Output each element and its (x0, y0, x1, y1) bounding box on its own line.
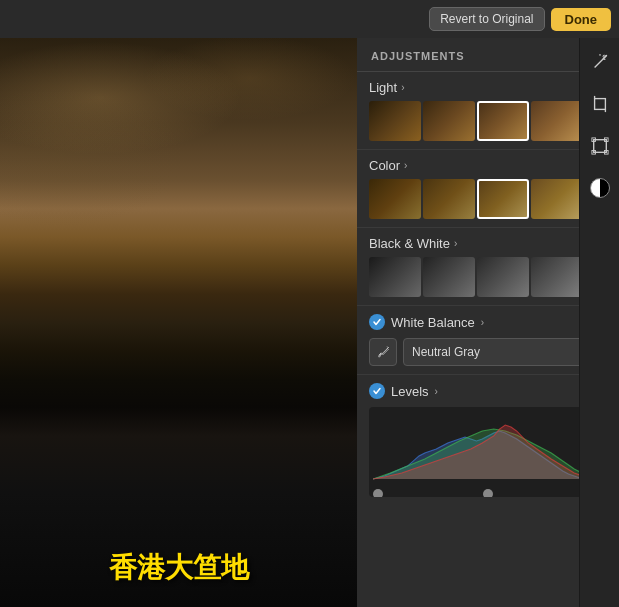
svg-line-4 (594, 58, 603, 67)
photo-overlay-text: 香港大笪地 (109, 549, 249, 587)
light-chevron-icon: › (401, 82, 404, 93)
color-thumb-1[interactable] (369, 179, 421, 219)
svg-line-5 (603, 56, 606, 59)
top-bar: Revert to Original Done (0, 0, 619, 38)
color-title: Color (369, 158, 400, 173)
levels-chevron-icon: › (435, 386, 438, 397)
light-thumb-3[interactable] (477, 101, 529, 141)
wb-enabled-toggle[interactable] (369, 314, 385, 330)
photo-area: 香港大笪地 (0, 38, 357, 607)
histogram-chart (373, 411, 603, 481)
color-thumb-4[interactable] (531, 179, 583, 219)
color-mode-button[interactable] (586, 174, 614, 202)
light-section-header[interactable]: Light › (369, 80, 607, 95)
bw-thumb-2[interactable] (423, 257, 475, 297)
bw-thumb-3[interactable] (477, 257, 529, 297)
bw-chevron-icon: › (454, 238, 457, 249)
histogram-container (369, 407, 607, 497)
svg-line-8 (602, 55, 604, 57)
light-thumb-4[interactable] (531, 101, 583, 141)
bw-title: Black & White (369, 236, 450, 251)
levels-enabled-toggle[interactable] (369, 383, 385, 399)
light-thumb-2[interactable] (423, 101, 475, 141)
color-thumb-2[interactable] (423, 179, 475, 219)
light-thumb-1[interactable] (369, 101, 421, 141)
eyedropper-button[interactable] (369, 338, 397, 366)
levels-title: Levels (391, 384, 429, 399)
half-circle-icon (590, 178, 610, 198)
adjustments-title: ADJUSTMENTS (371, 50, 465, 62)
photo-background: 香港大笪地 (0, 38, 357, 607)
color-section-header[interactable]: Color › (369, 158, 607, 173)
cloud-overlay (0, 38, 357, 607)
histogram-black-point[interactable] (373, 489, 383, 497)
wb-title: White Balance (391, 315, 475, 330)
color-chevron-icon: › (404, 160, 407, 171)
color-thumb-3[interactable] (477, 179, 529, 219)
transform-button[interactable] (586, 132, 614, 160)
wb-dropdown[interactable]: Neutral Gray ▲▼ (403, 338, 607, 366)
magic-wand-button[interactable] (586, 48, 614, 76)
done-button[interactable]: Done (551, 8, 612, 31)
bw-thumb-4[interactable] (531, 257, 583, 297)
light-thumbnails (369, 101, 607, 141)
revert-button[interactable]: Revert to Original (429, 7, 544, 31)
right-toolbar (579, 38, 619, 607)
wb-chevron-icon: › (481, 317, 484, 328)
bw-section-header[interactable]: Black & White › (369, 236, 607, 251)
bw-thumb-1[interactable] (369, 257, 421, 297)
bw-thumbnails (369, 257, 607, 297)
levels-header: Levels › (369, 383, 607, 399)
histogram-mid-point[interactable] (483, 489, 493, 497)
wb-header: White Balance › (369, 314, 607, 330)
crop-button[interactable] (586, 90, 614, 118)
light-title: Light (369, 80, 397, 95)
histogram-controls (373, 489, 603, 497)
wb-dropdown-value: Neutral Gray (412, 345, 480, 359)
wb-controls: Neutral Gray ▲▼ (369, 338, 607, 366)
color-thumbnails (369, 179, 607, 219)
svg-rect-9 (594, 99, 605, 110)
